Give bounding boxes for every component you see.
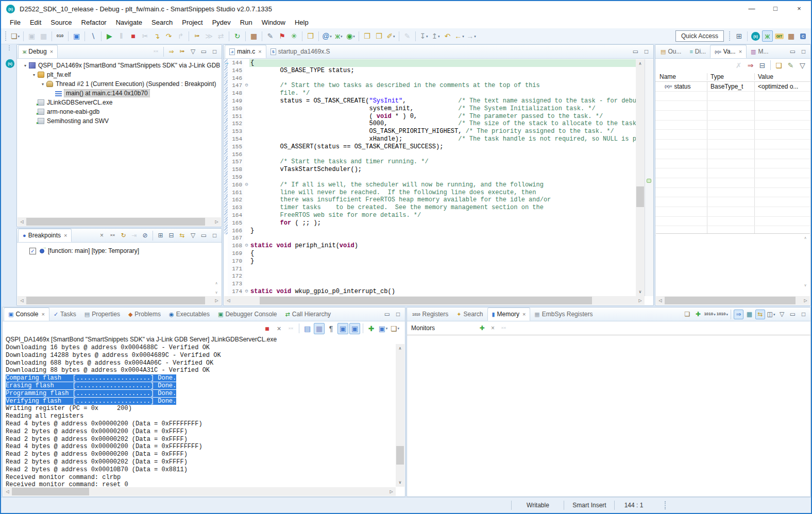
tab-problems[interactable]: ◆Problems (124, 307, 165, 321)
pin-memory-monitor-icon[interactable]: ✚ (693, 310, 703, 319)
scrollbar-thumb[interactable] (260, 297, 592, 304)
show-full-paths-icon[interactable]: ⇒ (166, 47, 176, 57)
line-number[interactable]: 163 (228, 204, 244, 212)
variables-detail-pane[interactable]: ∧∨ (656, 233, 810, 296)
code-editor[interactable]: 144{→145 OS_BASE_TYPE status;146147⊖ /* … (224, 59, 636, 296)
smartsnippets-perspective-icon[interactable]: (s) (750, 30, 761, 42)
debug-tree-item[interactable]: main() at main.c:144 0x10b70 (18, 89, 221, 98)
show-logical-structure-icon[interactable]: ⇒ (745, 60, 756, 71)
debug-dropdown-icon[interactable]: ж▾ (333, 30, 344, 42)
tab-embsys-registers[interactable]: ▦EmbSys Registers (530, 307, 597, 321)
reset-target-icon[interactable]: ↻ (232, 30, 243, 42)
line-number[interactable]: 154 (228, 135, 244, 143)
line-number[interactable]: 161 (228, 189, 244, 197)
fold-collapse-icon[interactable]: ⊖ (244, 82, 249, 90)
tab-executables[interactable]: ◉Executables (165, 307, 214, 321)
close-tab-icon[interactable]: × (522, 311, 526, 317)
detail-pane-scroll[interactable]: ∧∨ (213, 281, 220, 295)
close-window-icon[interactable]: × (787, 1, 811, 16)
instruction-stepping-icon[interactable]: i⇒ (192, 30, 202, 42)
tab-properties[interactable]: ▤Properties (80, 307, 124, 321)
terminate-icon[interactable]: ■ (128, 30, 139, 42)
editor-vertical-scrollbar[interactable]: ∧ ∨ (636, 59, 645, 296)
code-line-160[interactable]: 160⊖ /* If all is well, the scheduler wi… (224, 181, 636, 189)
code-line-171[interactable]: 171 (224, 265, 636, 273)
remove-all-breakpoints-icon[interactable]: ×× (108, 231, 117, 241)
menu-search[interactable]: Search (147, 18, 177, 27)
line-number[interactable]: 145 (228, 67, 244, 75)
edit-detail-pane-icon[interactable]: ✎ (785, 60, 796, 71)
close-tab-icon[interactable]: × (739, 48, 742, 55)
debug-tree-item[interactable]: ▾QSPI_DA1469x [SmartBond "SmartSnippets … (18, 61, 221, 70)
maximize-view-icon[interactable]: □ (393, 310, 403, 319)
scroll-up-icon[interactable]: ∧ (396, 344, 404, 353)
code-line-152[interactable]: 152 5000, /* The size of the stack to al… (224, 120, 636, 128)
collapse-node-icon[interactable]: ▾ (30, 73, 38, 77)
open-type-icon[interactable]: ❒ (374, 30, 384, 42)
code-line-144[interactable]: 144{→ (224, 59, 636, 67)
line-number[interactable]: 169 (228, 250, 244, 258)
step-over-icon[interactable]: ↷ (163, 30, 174, 42)
scrollbar-thumb[interactable] (26, 218, 205, 226)
scrollbar-thumb[interactable] (665, 297, 796, 304)
scrollbar-thumb[interactable] (396, 446, 404, 465)
minimize-view-icon[interactable]: ▭ (788, 310, 798, 319)
line-number[interactable]: 144 (228, 59, 244, 67)
print-icon[interactable]: ✎ (265, 30, 276, 42)
code-line-146[interactable]: 146 (224, 75, 636, 82)
scroll-left-icon[interactable]: ◁ (3, 489, 12, 494)
maximize-view-icon[interactable]: □ (799, 47, 808, 57)
previous-annotation-icon[interactable]: ↥▾ (430, 30, 441, 42)
code-line-148[interactable]: 148 file. */ (224, 90, 636, 97)
code-line-172[interactable]: 172 (224, 272, 636, 280)
back-icon[interactable]: ←▾ (454, 30, 465, 42)
line-number[interactable]: 152 (228, 120, 244, 128)
minimize-view-icon[interactable]: ▭ (382, 310, 392, 319)
mark-occurrences-icon[interactable]: ∖ (88, 30, 98, 42)
scrollbar-thumb[interactable] (636, 186, 644, 207)
line-number[interactable]: 159 (228, 174, 244, 181)
code-line-150[interactable]: 150 system_init, /* The System Initializ… (224, 105, 636, 113)
line-number[interactable]: 170 (228, 258, 244, 265)
code-line-159[interactable]: 159 (224, 174, 636, 181)
breakpoints-horizontal-scrollbar[interactable]: ◁ ▷ (18, 296, 221, 305)
close-tab-icon[interactable]: × (64, 232, 67, 238)
quick-access-box[interactable]: Quick Access (675, 30, 724, 42)
scroll-left-icon[interactable]: ◁ (18, 219, 26, 224)
line-number[interactable]: 157 (228, 158, 244, 166)
last-edit-location-icon[interactable]: ↶ (442, 30, 453, 42)
remove-memory-monitor-icon[interactable]: × (488, 323, 498, 333)
toggle-radix-1-icon[interactable]: 1010▾ (704, 310, 715, 319)
tab-memory[interactable]: ▮Memory× (487, 307, 531, 321)
line-number[interactable]: 167 (228, 234, 244, 242)
code-line-165[interactable]: 165 for ( ;; ); (224, 219, 636, 227)
line-number[interactable]: 158 (228, 166, 244, 174)
menu-window[interactable]: Window (257, 18, 290, 27)
fold-collapse-icon[interactable]: ⊖ (244, 242, 249, 250)
new-memory-view-icon[interactable]: ❏ (682, 310, 692, 319)
console-vertical-scrollbar[interactable]: ∧ ∨ (396, 344, 404, 487)
line-number[interactable]: 149 (228, 97, 244, 105)
code-line-158[interactable]: 158 vTaskStartScheduler(); (224, 166, 636, 174)
clear-console-icon[interactable]: ▤ (302, 323, 313, 334)
layout-icon[interactable]: ◫▾ (766, 310, 776, 319)
scroll-right-icon[interactable]: ▷ (212, 298, 221, 303)
menu-refactor[interactable]: Refactor (77, 18, 111, 27)
forward-icon[interactable]: →▾ (466, 30, 477, 42)
editor-horizontal-scrollbar[interactable]: ◁ ▷ (224, 296, 645, 305)
line-number[interactable]: 164 (228, 212, 244, 219)
scroll-right-icon[interactable]: ▷ (212, 219, 221, 224)
scroll-down-icon[interactable]: ∨ (396, 478, 404, 487)
show-supported-breakpoints-icon[interactable]: ↻ (119, 231, 128, 241)
code-line-155[interactable]: 155 OS_ASSERT(status == OS_TASK_CREATE_S… (224, 143, 636, 151)
minimize-window-icon[interactable]: — (740, 1, 764, 16)
word-wrap-icon[interactable]: ¶ (326, 323, 336, 334)
scroll-right-icon[interactable]: ▷ (387, 489, 396, 494)
line-number[interactable]: 166 (228, 227, 244, 235)
collapse-node-icon[interactable]: ▾ (22, 63, 29, 68)
tab-call-hierarchy[interactable]: ⇄Call Hierarchy (281, 307, 335, 321)
open-folder-icon[interactable]: ❒ (362, 30, 373, 42)
variable-row[interactable]: (x)=statusBaseType_t<optimized o... (655, 82, 810, 92)
smartsnippets-shortcut-icon[interactable]: (s) (5, 58, 15, 69)
annotations-icon[interactable]: @▾ (322, 30, 332, 42)
